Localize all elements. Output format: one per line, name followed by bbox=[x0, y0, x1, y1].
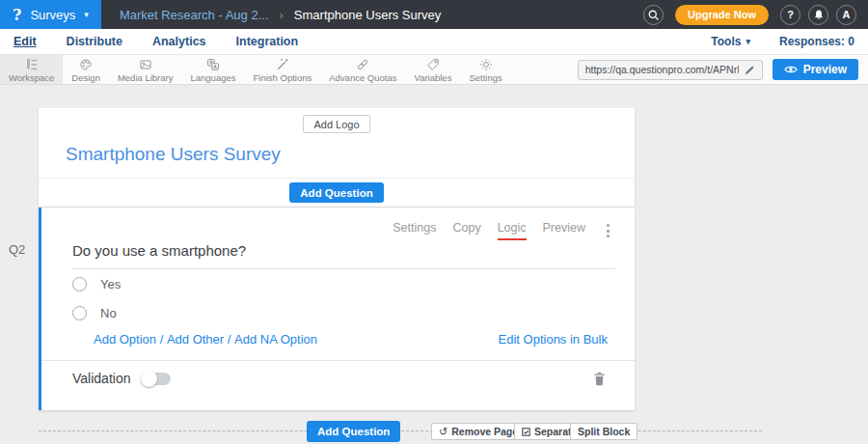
media-image-icon bbox=[139, 58, 152, 71]
eye-icon bbox=[784, 65, 798, 74]
settings-gear-icon bbox=[479, 58, 493, 71]
nav-right: Tools ▾ Responses: 0 bbox=[711, 35, 854, 48]
finish-options-wand-icon bbox=[276, 58, 289, 71]
ribbon-item-design[interactable]: Design bbox=[63, 55, 109, 84]
chevron-down-icon: ▾ bbox=[84, 11, 89, 19]
remove-page-break-icon: ↺ bbox=[439, 426, 448, 438]
link-separator: / bbox=[156, 332, 167, 347]
question-code-label: Q2 bbox=[9, 242, 25, 257]
question-card: Settings Copy Logic Preview Do you use a… bbox=[39, 208, 635, 410]
surveys-product-dropdown[interactable]: ? Surveys ▾ bbox=[0, 0, 101, 29]
add-question-button-bottom[interactable]: Add Question bbox=[307, 421, 400, 442]
ribbon-item-languages[interactable]: Languages bbox=[181, 55, 244, 84]
add-option-link[interactable]: Add Option bbox=[94, 332, 156, 347]
help-button[interactable]: ? bbox=[780, 5, 800, 25]
link-separator: / bbox=[224, 332, 234, 347]
add-logo-button[interactable]: Add Logo bbox=[303, 115, 369, 133]
product-name: Surveys bbox=[30, 8, 75, 22]
ribbon-item-media-library[interactable]: Media Library bbox=[109, 55, 182, 84]
languages-translate-icon bbox=[206, 58, 220, 71]
question-tab-copy[interactable]: Copy bbox=[452, 221, 480, 238]
upgrade-now-button[interactable]: Upgrade Now bbox=[675, 5, 769, 25]
toggle-knob bbox=[141, 371, 157, 387]
edit-ribbon: Workspace Design Media Library Languages… bbox=[0, 55, 868, 85]
ribbon-item-finish-options[interactable]: Finish Options bbox=[245, 55, 321, 84]
survey-header-card: Add Logo Smartphone Users Survey Add Que… bbox=[39, 108, 635, 207]
chevron-down-icon: ▾ bbox=[746, 38, 750, 46]
avatar-initial: A bbox=[843, 9, 851, 20]
validation-toggle[interactable] bbox=[142, 373, 171, 385]
search-icon bbox=[647, 9, 660, 21]
delete-question-button[interactable] bbox=[593, 372, 606, 386]
notifications-button[interactable] bbox=[808, 5, 828, 25]
search-button[interactable] bbox=[643, 5, 664, 25]
option-links-row: Add Option / Add Other / Add NA Option E… bbox=[94, 332, 608, 347]
ribbon-item-variables[interactable]: Variables bbox=[406, 55, 461, 84]
ribbon-right: https://qa.questionpro.com/t/APNrFZgQ Pr… bbox=[578, 55, 868, 84]
radio-button[interactable] bbox=[72, 277, 87, 291]
edit-options-in-bulk-link[interactable]: Edit Options in Bulk bbox=[499, 332, 608, 347]
account-avatar[interactable]: A bbox=[836, 5, 856, 25]
add-na-option-link[interactable]: Add NA Option bbox=[234, 332, 317, 347]
question-text[interactable]: Do you use a smartphone? bbox=[72, 242, 615, 269]
survey-url-field[interactable]: https://qa.questionpro.com/t/APNrFZgQ bbox=[578, 60, 763, 80]
question-tab-settings[interactable]: Settings bbox=[393, 221, 436, 238]
survey-url-text: https://qa.questionpro.com/t/APNrFZgQ bbox=[585, 64, 739, 75]
option-label-no[interactable]: No bbox=[100, 306, 117, 320]
variables-tag-icon bbox=[426, 58, 440, 71]
separator-checkbox-icon bbox=[522, 428, 530, 436]
validation-row: Validation bbox=[41, 361, 635, 386]
radio-button[interactable] bbox=[72, 306, 87, 320]
survey-editor-canvas: Add Logo Smartphone Users Survey Add Que… bbox=[0, 85, 868, 444]
advance-quotas-chain-icon bbox=[356, 58, 369, 71]
page-break-toolbar: Add Question ↺ Remove Page Break Separat… bbox=[39, 421, 762, 442]
top-bar: ? Surveys ▾ Market Research - Aug 2... ›… bbox=[0, 0, 868, 29]
breadcrumb-separator-icon: › bbox=[280, 8, 284, 22]
answer-option-row: Yes bbox=[72, 269, 635, 298]
survey-nav-bar: Edit Distribute Analytics Integration To… bbox=[0, 29, 868, 55]
kebab-menu-icon[interactable] bbox=[603, 221, 613, 240]
breadcrumb-folder[interactable]: Market Research - Aug 2... bbox=[120, 8, 269, 22]
edit-url-pencil-icon[interactable] bbox=[745, 65, 755, 75]
add-other-link[interactable]: Add Other bbox=[167, 332, 224, 347]
responses-count-link[interactable]: Responses: 0 bbox=[779, 35, 854, 48]
breadcrumb-current: Smartphone Users Survey bbox=[294, 8, 441, 22]
topbar-actions: Upgrade Now ? A bbox=[643, 5, 868, 25]
bell-icon bbox=[813, 9, 825, 20]
questionpro-logo-icon: ? bbox=[13, 6, 21, 24]
trash-icon bbox=[593, 372, 606, 386]
breadcrumb: Market Research - Aug 2... › Smartphone … bbox=[120, 8, 441, 22]
question-action-tabs: Settings Copy Logic Preview bbox=[41, 208, 635, 240]
question-tab-preview[interactable]: Preview bbox=[543, 221, 585, 238]
ribbon-item-workspace[interactable]: Workspace bbox=[0, 55, 63, 84]
add-question-button-top[interactable]: Add Question bbox=[289, 182, 383, 203]
split-block-button[interactable]: Split Block bbox=[570, 423, 637, 440]
answer-option-row: No bbox=[72, 298, 635, 327]
design-palette-icon bbox=[79, 58, 93, 71]
tools-dropdown[interactable]: Tools ▾ bbox=[711, 35, 750, 48]
ribbon-item-settings[interactable]: Settings bbox=[460, 55, 510, 84]
workspace-icon bbox=[25, 58, 39, 71]
option-label-yes[interactable]: Yes bbox=[100, 277, 121, 291]
preview-button[interactable]: Preview bbox=[773, 59, 858, 80]
tab-distribute[interactable]: Distribute bbox=[67, 35, 122, 48]
ribbon-item-advance-quotas[interactable]: Advance Quotas bbox=[320, 55, 405, 84]
validation-label: Validation bbox=[72, 371, 130, 386]
question-tab-logic[interactable]: Logic bbox=[498, 221, 527, 240]
tab-analytics[interactable]: Analytics bbox=[152, 35, 206, 48]
survey-title[interactable]: Smartphone Users Survey bbox=[66, 144, 635, 165]
tab-integration[interactable]: Integration bbox=[236, 35, 299, 48]
question-mark-icon: ? bbox=[787, 9, 794, 20]
tab-edit[interactable]: Edit bbox=[14, 35, 37, 48]
